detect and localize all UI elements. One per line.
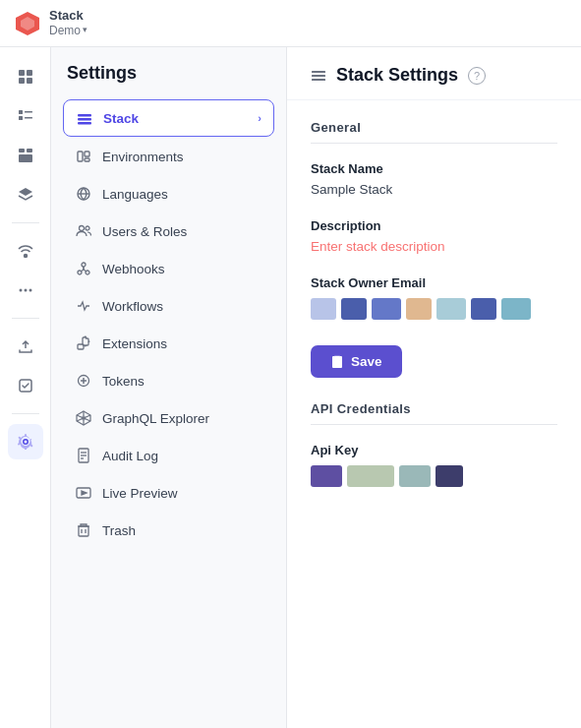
languages-item-label: Languages: [102, 187, 168, 202]
svg-rect-6: [19, 110, 23, 114]
stack-chevron-icon: ›: [258, 112, 261, 124]
workflows-icon: [75, 297, 92, 315]
stack-owner-email-field: Stack Owner Email: [311, 275, 557, 320]
environments-item-label: Environments: [102, 150, 184, 164]
stack-item-label: Stack: [103, 111, 139, 126]
sidebar-item-graphql[interactable]: GraphQL Explorer: [63, 400, 274, 436]
stack-name-label: Stack Name: [311, 161, 557, 176]
content-body: General Stack Name Sample Stack Descript…: [287, 100, 581, 528]
sidebar-item-languages[interactable]: Languages: [63, 176, 274, 212]
sidebar-item-webhooks[interactable]: Webhooks: [63, 251, 274, 286]
description-placeholder[interactable]: Enter stack description: [311, 239, 557, 254]
trash-item-label: Trash: [102, 523, 136, 538]
stack-icon: [76, 109, 93, 127]
sidebar-divider-1: [12, 222, 39, 223]
sidebar-divider-3: [12, 413, 39, 414]
email-swatch-2[interactable]: [341, 298, 367, 320]
content-header-icon: [311, 68, 326, 84]
layers-icon[interactable]: [8, 177, 43, 212]
api-swatch-3[interactable]: [399, 465, 431, 487]
svg-rect-3: [27, 70, 32, 76]
graphql-icon: [75, 409, 92, 427]
content-header: Stack Settings ?: [287, 47, 581, 100]
svg-point-30: [82, 263, 86, 267]
workflows-item-label: Workflows: [102, 299, 163, 314]
general-section-label: General: [311, 120, 557, 144]
users-roles-item-label: Users & Roles: [102, 224, 187, 239]
email-swatch-5[interactable]: [436, 298, 466, 320]
dots-icon[interactable]: [8, 273, 43, 308]
demo-label[interactable]: Demo ▾: [49, 24, 87, 39]
sidebar-item-tokens[interactable]: Tokens: [63, 363, 274, 398]
svg-point-27: [86, 226, 89, 230]
api-swatch-2[interactable]: [347, 465, 394, 487]
svg-rect-18: [78, 114, 91, 117]
help-button[interactable]: ?: [468, 67, 486, 85]
live-preview-item-label: Live Preview: [102, 486, 178, 501]
email-swatch-4[interactable]: [406, 298, 432, 320]
svg-rect-48: [312, 75, 325, 77]
email-swatch-7[interactable]: [501, 298, 531, 320]
svg-rect-23: [85, 158, 89, 161]
svg-rect-53: [333, 363, 341, 367]
sidebar-item-live-preview[interactable]: Live Preview: [63, 475, 274, 511]
svg-rect-9: [25, 117, 32, 119]
svg-point-16: [29, 289, 31, 292]
icon-sidebar: [0, 47, 51, 728]
svg-rect-52: [334, 356, 340, 361]
stack-owner-email-label: Stack Owner Email: [311, 275, 557, 290]
sidebar-item-users-roles[interactable]: Users & Roles: [63, 213, 274, 249]
list-icon[interactable]: [8, 98, 43, 134]
topbar: Stack Demo ▾: [0, 0, 581, 47]
svg-rect-49: [312, 79, 325, 81]
api-swatch-4[interactable]: [436, 465, 463, 487]
extensions-icon: [75, 334, 92, 352]
svg-rect-8: [19, 116, 23, 120]
app-name: Stack: [49, 8, 87, 24]
save-button-label: Save: [351, 354, 382, 369]
svg-marker-43: [82, 491, 87, 495]
svg-point-13: [24, 255, 27, 258]
settings-sidebar: Settings Stack › Environments Languages: [51, 47, 287, 728]
sidebar-item-extensions[interactable]: Extensions: [63, 326, 274, 361]
email-swatch-6[interactable]: [471, 298, 496, 320]
sidebar-item-audit-log[interactable]: Audit Log: [63, 438, 274, 473]
description-label: Description: [311, 218, 557, 233]
sidebar-item-environments[interactable]: Environments: [63, 139, 274, 174]
svg-point-14: [19, 289, 22, 292]
svg-rect-44: [79, 526, 88, 536]
page-title: Stack Settings: [336, 65, 458, 86]
extensions-item-label: Extensions: [102, 336, 167, 351]
api-swatch-1[interactable]: [311, 465, 342, 487]
trash-icon: [75, 521, 92, 539]
app-logo[interactable]: [14, 10, 41, 37]
api-key-label: Api Key: [311, 443, 557, 457]
svg-rect-2: [19, 70, 25, 76]
sidebar-item-stack[interactable]: Stack ›: [63, 99, 274, 137]
sidebar-divider-2: [12, 318, 39, 319]
api-section-label: API Credentials: [311, 401, 557, 425]
svg-rect-21: [78, 152, 83, 161]
sidebar-item-trash[interactable]: Trash: [63, 513, 274, 548]
save-button[interactable]: Save: [311, 345, 402, 378]
grid-icon[interactable]: [8, 59, 43, 94]
webhooks-item-label: Webhooks: [102, 262, 165, 276]
layout-icon[interactable]: [8, 138, 43, 173]
languages-icon: [75, 185, 92, 203]
checkbox-icon[interactable]: [8, 368, 43, 403]
users-roles-icon: [75, 222, 92, 240]
settings-nav-icon[interactable]: [8, 424, 43, 459]
wifi-icon[interactable]: [8, 233, 43, 269]
settings-title: Settings: [63, 63, 274, 84]
upload-icon[interactable]: [8, 329, 43, 364]
email-swatch-3[interactable]: [372, 298, 401, 320]
api-key-field: Api Key: [311, 443, 557, 487]
graphql-item-label: GraphQL Explorer: [102, 411, 209, 426]
svg-rect-11: [27, 149, 32, 152]
sidebar-item-workflows[interactable]: Workflows: [63, 288, 274, 324]
stack-name-value: Sample Stack: [311, 182, 557, 197]
svg-rect-12: [19, 154, 32, 162]
api-key-swatches: [311, 465, 557, 487]
stack-name-field: Stack Name Sample Stack: [311, 161, 557, 197]
email-swatch-1[interactable]: [311, 298, 336, 320]
